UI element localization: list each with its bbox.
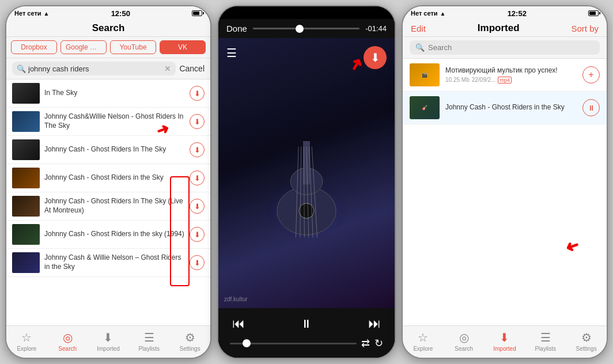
- result-item[interactable]: In The Sky ⬇: [6, 79, 210, 108]
- imported-item[interactable]: 🎸 Johnny Cash - Ghost Riders in the Sky …: [403, 92, 607, 124]
- track-bar[interactable]: [230, 343, 357, 344]
- nav-explore[interactable]: ☆ Explore: [6, 328, 47, 354]
- imported-search-input[interactable]: [428, 43, 594, 52]
- item-meta: 10.25 Mb 22/09/2... mp4: [445, 77, 577, 84]
- item-info: Johnny Cash - Ghost Riders in the Sky: [445, 103, 577, 112]
- download-button[interactable]: ⬇: [190, 170, 205, 185]
- sort-button[interactable]: Sort by: [571, 24, 599, 33]
- result-thumb: [12, 196, 40, 217]
- result-item[interactable]: Johnny Cash - Ghost Riders In The Sky (L…: [6, 192, 210, 221]
- status-bar-left: Нет сети ▲ 12:50: [6, 6, 210, 19]
- download-circle-button[interactable]: ⬇: [364, 46, 387, 69]
- nav-label-search-right: Search: [455, 346, 473, 352]
- item-title: Мотивирующий мультик про успех!: [445, 66, 577, 75]
- download-button[interactable]: ⬇: [190, 142, 205, 157]
- result-thumb: [12, 139, 40, 160]
- playlists-icon: ☰: [144, 331, 154, 344]
- player-top-bar: Done -01:44: [218, 19, 395, 38]
- download-button[interactable]: ⬇: [190, 86, 205, 101]
- nav-label-search: Search: [58, 346, 77, 352]
- cancel-button[interactable]: Cancel: [179, 64, 205, 73]
- signal-label: Нет сети: [14, 10, 41, 17]
- nav-playlists[interactable]: ☰ Playlists: [128, 328, 169, 354]
- item-info: Мотивирующий мультик про успех! 10.25 Mb…: [445, 66, 577, 84]
- bottom-nav: ☆ Explore ◎ Search ⬇ Imported ☰ Playlist…: [6, 325, 210, 358]
- progress-bar[interactable]: [253, 28, 360, 29]
- nav-explore-right[interactable]: ☆ Explore: [403, 328, 444, 354]
- result-title: Johnny Cash - Ghost Riders In The Sky: [44, 145, 185, 154]
- result-title: In The Sky: [44, 89, 185, 98]
- playback-progress[interactable]: ⇄ ↻: [230, 337, 383, 350]
- imported-item[interactable]: 🎬 Мотивирующий мультик про успех! 10.25 …: [403, 59, 607, 92]
- nav-search-right[interactable]: ◎ Search: [444, 328, 485, 354]
- tab-dropbox[interactable]: Dropbox: [11, 40, 57, 54]
- result-title: Johnny Cash - Ghost Riders in the sky (1…: [44, 230, 185, 239]
- nav-label-playlists-right: Playlists: [535, 346, 556, 352]
- clear-icon[interactable]: ✕: [164, 64, 171, 73]
- prev-button[interactable]: ⏮: [230, 314, 247, 333]
- item-format: mp4: [498, 77, 512, 84]
- nav-search[interactable]: ◎ Search: [47, 328, 88, 354]
- result-thumb: [12, 111, 40, 132]
- result-thumb: [12, 252, 40, 273]
- time-remaining: -01:44: [365, 24, 387, 33]
- edit-button[interactable]: Edit: [411, 24, 426, 33]
- tab-googledrive[interactable]: Google Dri...: [60, 40, 107, 54]
- battery-icon: [192, 10, 202, 16]
- nav-imported[interactable]: ⬇ Imported: [88, 328, 129, 354]
- repeat-button[interactable]: ↻: [374, 337, 383, 350]
- nav-settings[interactable]: ⚙ Settings: [169, 328, 210, 354]
- item-date: 22/09/2...: [472, 77, 496, 83]
- imported-header: Edit Imported Sort by: [403, 19, 607, 37]
- pause-download-button[interactable]: ⏸: [582, 99, 600, 116]
- wifi-icon: ▲: [44, 10, 50, 17]
- imported-icon-right: ⬇: [500, 331, 509, 344]
- guitar-image: [249, 98, 364, 248]
- middle-phone: Done -01:44 ☰ ⬇ ➜: [217, 5, 396, 359]
- explore-icon: ☆: [21, 331, 32, 344]
- result-item[interactable]: Johnny Cash - Ghost Riders In The Sky ⬇: [6, 136, 210, 164]
- done-button[interactable]: Done: [226, 24, 247, 33]
- result-item[interactable]: Johnny Cash&Willie Nelson - Ghost Riders…: [6, 108, 210, 136]
- download-icon: ⬇: [370, 51, 380, 65]
- search-icon: 🔍: [17, 65, 26, 73]
- download-button[interactable]: ⬇: [190, 227, 205, 242]
- imported-list: 🎬 Мотивирующий мультик про успех! 10.25 …: [403, 59, 607, 325]
- arrow-indicator-right: ➜: [563, 236, 582, 258]
- left-phone: Нет сети ▲ 12:50 Search Dropbox Google D…: [5, 5, 211, 359]
- playlists-icon-right: ☰: [540, 331, 551, 344]
- search-results: In The Sky ⬇ Johnny Cash&Willie Nelson -…: [6, 79, 210, 325]
- time-label-right: 12:52: [508, 9, 527, 18]
- tab-vk[interactable]: VK: [160, 40, 206, 54]
- track-thumb[interactable]: [243, 339, 251, 347]
- player-artwork: ☰ ⬇ ➜: [218, 38, 395, 308]
- shuffle-button[interactable]: ⇄: [361, 337, 370, 350]
- result-item[interactable]: Johnny Cash - Ghost Riders in the Sky ⬇: [6, 164, 210, 192]
- next-button[interactable]: ⏭: [366, 314, 383, 333]
- nav-playlists-right[interactable]: ☰ Playlists: [525, 328, 566, 354]
- nav-settings-right[interactable]: ⚙ Settings: [566, 328, 607, 354]
- right-phone: Нет сети ▲ 12:52 Edit Imported Sort by 🔍: [402, 5, 608, 359]
- download-button[interactable]: ⬇: [190, 114, 205, 129]
- search-input[interactable]: [28, 65, 162, 73]
- item-thumbnail: 🎬: [410, 63, 440, 86]
- menu-button[interactable]: ☰: [226, 46, 237, 60]
- nav-imported-right[interactable]: ⬇ Imported: [485, 328, 525, 354]
- result-thumb: [12, 83, 40, 104]
- watermark: zdf.kultur: [224, 296, 248, 302]
- wifi-icon-right: ▲: [440, 10, 446, 17]
- nav-label-imported: Imported: [97, 346, 119, 352]
- search-icon-right: 🔍: [415, 43, 425, 52]
- settings-icon-right: ⚙: [581, 331, 592, 344]
- settings-icon: ⚙: [185, 331, 195, 344]
- search-icon-right: ◎: [459, 331, 469, 344]
- download-button[interactable]: ⬇: [190, 199, 205, 214]
- time-label: 12:50: [111, 9, 130, 18]
- download-button[interactable]: ⬇: [190, 255, 205, 270]
- play-pause-button[interactable]: ⏸: [298, 315, 315, 333]
- result-thumb: [12, 168, 40, 188]
- add-button[interactable]: +: [582, 66, 600, 84]
- result-item[interactable]: Johnny Cash - Ghost Riders in the sky (1…: [6, 221, 210, 249]
- tab-youtube[interactable]: YouTube: [110, 40, 156, 54]
- result-item[interactable]: Johnny Cash & Willie Nelson – Ghost Ride…: [6, 249, 210, 277]
